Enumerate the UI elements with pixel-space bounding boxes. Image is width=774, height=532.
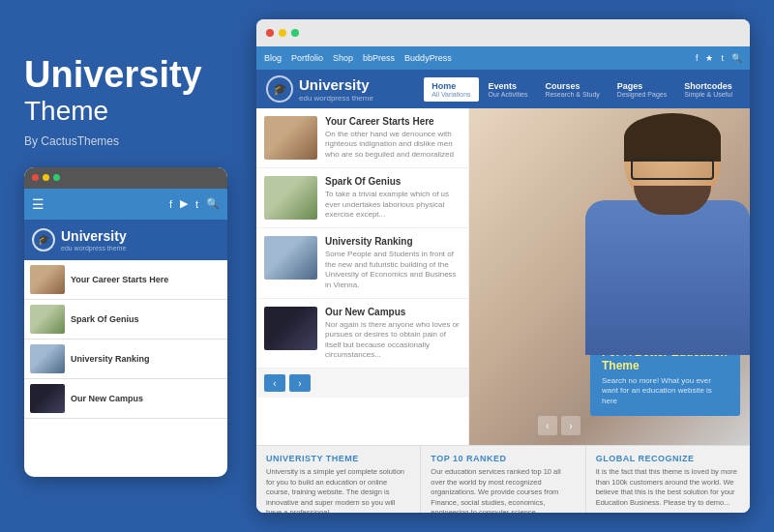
blog-img-1 [264, 116, 317, 160]
social-star-icon[interactable]: ★ [705, 53, 713, 63]
nav-item-pages-sub: Designed Pages [617, 91, 667, 98]
mobile-item-text-3: University Ranking [71, 354, 150, 364]
social-twitter-icon[interactable]: t [721, 53, 724, 63]
mobile-item-text-2: Spark Of Genius [71, 314, 139, 324]
nav-item-events-label: Events [489, 81, 528, 91]
blog-title-2: Spark Of Genius [325, 176, 461, 187]
blog-item-4: Our New Campus Nor again is there anyone… [256, 299, 468, 369]
blog-next-button[interactable]: › [289, 374, 311, 392]
social-facebook-icon[interactable]: f [696, 53, 699, 63]
nav-item-pages-label: Pages [617, 81, 667, 91]
topnav-icons: f ★ t 🔍 [696, 53, 742, 63]
bottom-section-1: UNIVERISTY THEME University is a simple … [256, 446, 421, 513]
hero-arrows: ‹ › [538, 416, 580, 435]
nav-item-courses-sub: Research & Study [545, 91, 599, 98]
blog-item-3: University Ranking Some People and Stude… [256, 228, 468, 299]
browser-main-nav: 🎓 University edu wordpress theme Home Al… [256, 70, 750, 108]
blog-prev-button[interactable]: ‹ [264, 374, 285, 392]
blog-img-2 [264, 176, 317, 220]
hero-cta-desc: Search no more! What you ever want for a… [602, 376, 729, 406]
mobile-dot-yellow [43, 174, 49, 181]
blog-desc-2: To take a trivial example which of us ev… [325, 190, 461, 220]
hero-next-button[interactable]: › [561, 416, 580, 435]
mobile-nav-bar: ☰ f ▶ t 🔍 [24, 189, 227, 220]
search-icon[interactable]: 🔍 [731, 53, 742, 63]
blog-item-2-content: Spark Of Genius To take a trivial exampl… [325, 176, 461, 220]
browser-content: Your Career Starts Here On the other han… [256, 108, 750, 445]
bottom-section-2-title: TOP 10 RANKED [431, 454, 575, 463]
mobile-logo-icon: 🎓 [32, 228, 55, 251]
theme-title: University Theme By CactusThemes [24, 55, 247, 148]
mobile-item-img-1 [30, 265, 65, 294]
search-icon[interactable]: 🔍 [206, 197, 220, 210]
blog-desc-1: On the other hand we denounce with right… [325, 130, 461, 160]
title-university: University [24, 55, 247, 96]
bottom-section-2: TOP 10 RANKED Our education services ran… [421, 446, 585, 513]
mobile-social-icons: f ▶ t 🔍 [169, 197, 220, 210]
blog-desc-4: Nor again is there anyone who loves or p… [325, 320, 461, 361]
browser-dot-red [266, 29, 274, 37]
mobile-list-item: Our New Campus [24, 379, 227, 419]
person-glasses [631, 159, 714, 180]
nav-item-events-sub: Our Activities [489, 91, 528, 98]
brand-logo-icon: 🎓 [266, 75, 293, 103]
nav-item-shortcodes-label: Shortcodes [684, 81, 732, 91]
blog-item-1-content: Your Career Starts Here On the other han… [325, 116, 461, 160]
browser-dot-green [291, 29, 299, 37]
mobile-mockup: ☰ f ▶ t 🔍 🎓 University edu wordpress the… [24, 167, 227, 477]
nav-item-courses[interactable]: Courses Research & Study [537, 77, 607, 102]
topnav-shop[interactable]: Shop [333, 53, 353, 63]
topnav-bbpress[interactable]: bbPress [363, 53, 395, 63]
nav-item-home-sub: All Variations [432, 91, 470, 98]
topnav-blog[interactable]: Blog [264, 53, 282, 63]
hamburger-icon[interactable]: ☰ [32, 196, 45, 212]
nav-item-home[interactable]: Home All Variations [424, 77, 478, 102]
blog-item-1: Your Career Starts Here On the other han… [256, 108, 468, 168]
nav-item-shortcodes-sub: Simple & Useful [684, 91, 732, 98]
twitter-icon[interactable]: t [195, 198, 198, 210]
mobile-item-img-4 [30, 384, 65, 413]
facebook-icon[interactable]: f [169, 198, 172, 210]
mobile-header: 🎓 University edu wordpress theme [24, 220, 227, 260]
bottom-section-3-title: GLOBAL RECOGNIZE [596, 454, 740, 463]
browser-dot-yellow [279, 29, 286, 37]
mobile-content: Your Career Starts Here Spark Of Genius … [24, 260, 227, 419]
mobile-item-img-2 [30, 305, 65, 334]
mobile-item-text-1: Your Career Starts Here [71, 275, 168, 284]
mobile-logo-sub: edu wordpress theme [61, 245, 127, 251]
topnav-buddypress[interactable]: BuddyPress [404, 53, 452, 63]
person-body [585, 200, 750, 355]
mobile-item-img-3 [30, 344, 65, 373]
brand-sub: edu wordpress theme [299, 94, 373, 103]
bottom-section-1-text: University is a simple yet complete solu… [266, 467, 410, 513]
nav-item-pages[interactable]: Pages Designed Pages [610, 77, 674, 102]
mobile-list-item: Your Career Starts Here [24, 260, 227, 300]
browser-mockup: Blog Portfolio Shop bbPress BuddyPress f… [256, 19, 750, 513]
topnav-links: Blog Portfolio Shop bbPress BuddyPress [264, 53, 452, 63]
blog-item-4-content: Our New Campus Nor again is there anyone… [325, 307, 461, 361]
nav-item-shortcodes[interactable]: Shortcodes Simple & Useful [676, 77, 740, 102]
browser-chrome-bar [256, 19, 750, 46]
hero-prev-button[interactable]: ‹ [538, 416, 557, 435]
topnav-portfolio[interactable]: Portfolio [291, 53, 323, 63]
byline: By CactusThemes [24, 134, 247, 148]
nav-item-events[interactable]: Events Our Activities [481, 77, 536, 102]
browser-nav-items: Home All Variations Events Our Activitie… [424, 77, 740, 102]
mobile-dot-green [53, 174, 60, 181]
browser-topnav: Blog Portfolio Shop bbPress BuddyPress f… [256, 46, 750, 70]
browser-bottom-bar: UNIVERISTY THEME University is a simple … [256, 445, 750, 513]
blog-title-1: Your Career Starts Here [325, 116, 461, 127]
bottom-section-3: GLOBAL RECOGNIZE It is the fact that thi… [586, 446, 750, 513]
nav-item-home-label: Home [432, 81, 470, 91]
bottom-section-1-title: UNIVERISTY THEME [266, 454, 410, 463]
youtube-icon[interactable]: ▶ [180, 197, 188, 210]
blog-navigation: ‹ › [256, 369, 468, 398]
blog-item-2: Spark Of Genius To take a trivial exampl… [256, 168, 468, 228]
blog-img-4 [264, 307, 317, 350]
blog-desc-3: Some People and Students in front of the… [325, 250, 461, 290]
mobile-dot-red [32, 174, 39, 181]
mobile-item-text-4: Our New Campus [71, 394, 143, 403]
mobile-logo: University edu wordpress theme [61, 227, 127, 251]
blog-list: Your Career Starts Here On the other han… [256, 108, 469, 445]
blog-title-3: University Ranking [325, 236, 461, 247]
